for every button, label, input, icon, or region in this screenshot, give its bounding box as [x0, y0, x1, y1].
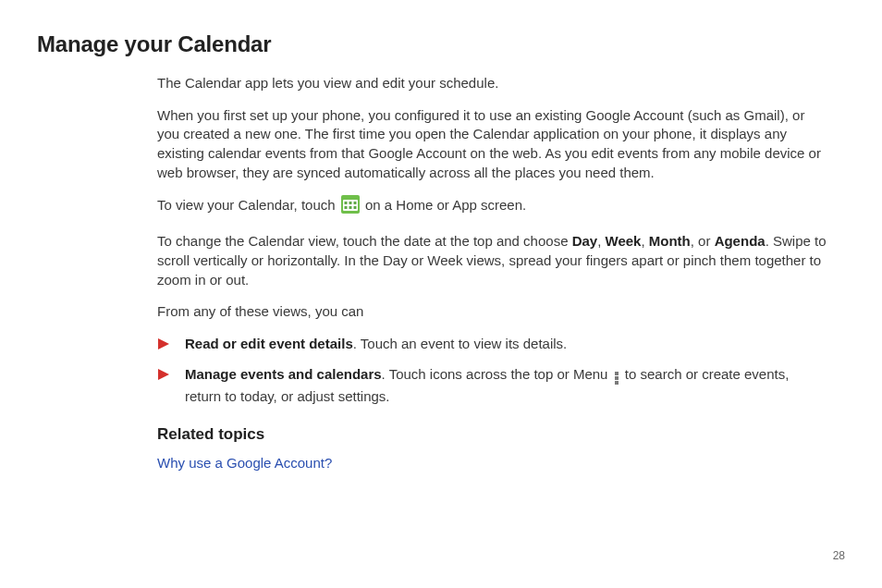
list-item: Read or edit event details. Touch an eve… [157, 335, 828, 354]
related-topics-heading: Related topics [157, 423, 828, 445]
list-item: Manage events and calendars. Touch icons… [157, 365, 828, 407]
svg-rect-3 [349, 202, 351, 204]
svg-rect-7 [353, 206, 356, 209]
svg-rect-4 [353, 202, 356, 204]
triangle-bullet-icon [157, 337, 170, 349]
text-fragment: on a Home or App screen. [365, 197, 526, 213]
text-fragment: , [641, 233, 648, 249]
document-page: Manage your Calendar The Calendar app le… [0, 0, 882, 588]
svg-rect-11 [615, 376, 619, 380]
calendar-app-icon [341, 195, 360, 219]
bold-week: Week [606, 233, 642, 249]
list-item-title: Manage events and calendars [185, 366, 382, 382]
list-item-text: . Touch icons across the top or Menu [382, 366, 608, 382]
triangle-bullet-icon [157, 367, 170, 380]
paragraph-intro: The Calendar app lets you view and edit … [157, 74, 828, 93]
svg-rect-10 [615, 372, 619, 375]
text-fragment: To view your Calendar, touch [157, 197, 339, 213]
paragraph-change-view: To change the Calendar view, touch the d… [157, 232, 828, 289]
bold-month: Month [649, 233, 691, 249]
text-fragment: , or [691, 233, 715, 249]
paragraph-setup: When you first set up your phone, you co… [157, 106, 828, 183]
text-fragment: , [597, 233, 605, 249]
paragraph-from-views: From any of these views, you can [157, 302, 828, 322]
bold-agenda: Agenda [715, 233, 766, 249]
svg-rect-1 [343, 200, 358, 211]
action-list: Read or edit event details. Touch an eve… [157, 335, 828, 407]
bold-day: Day [572, 233, 598, 249]
svg-rect-6 [349, 206, 351, 209]
body-content: The Calendar app lets you view and edit … [157, 74, 828, 473]
page-number: 28 [833, 549, 845, 562]
related-topic-link[interactable]: Why use a Google Account? [157, 455, 332, 471]
list-item-text: . Touch an event to view its details. [353, 336, 568, 351]
svg-rect-12 [615, 381, 619, 385]
text-fragment: To change the Calendar view, touch the d… [157, 233, 572, 249]
svg-marker-9 [158, 369, 169, 380]
svg-marker-8 [158, 338, 169, 349]
svg-rect-5 [344, 206, 347, 209]
list-item-title: Read or edit event details [185, 336, 353, 351]
menu-overflow-icon [614, 369, 619, 388]
paragraph-view-calendar: To view your Calendar, touch on a Home o… [157, 195, 828, 219]
svg-rect-2 [344, 202, 347, 204]
page-title: Manage your Calendar [37, 31, 845, 57]
